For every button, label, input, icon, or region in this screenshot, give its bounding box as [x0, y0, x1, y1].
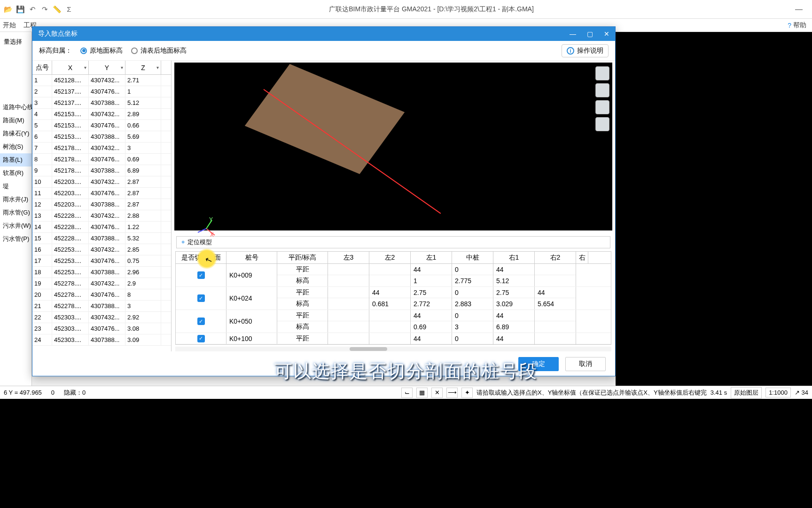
table-row[interactable]: 4452153....4307432...2.89 — [32, 109, 171, 120]
dialog-maximize[interactable]: ▢ — [581, 30, 598, 38]
section-row[interactable]: ✓ K0+050 平距标高 440.6903446.89 — [176, 310, 611, 333]
locate-model-button[interactable]: ⌖ 定位模型 — [176, 236, 610, 248]
col-point-no[interactable]: 点号 — [32, 61, 52, 74]
chevron-down-icon: ▾ — [84, 65, 86, 70]
table-row[interactable]: 21452278....4307388...3 — [32, 301, 171, 312]
import-points-dialog: 导入散点坐标 — ▢ ✕ 标高归属： 原地面标高 清表后地面标高 i 操作说明 … — [32, 26, 616, 376]
sidebar-item[interactable]: 路基(L) — [0, 153, 31, 167]
fit-icon[interactable] — [595, 117, 609, 131]
radio-dot-icon — [80, 48, 87, 54]
status-hint: 请拾取或输入选择点的X、Y轴坐标值（在保证已选点并输该点X、Y轴坐标值后右键完 — [476, 389, 707, 397]
sidebar-item[interactable]: 污水管(P) — [0, 232, 31, 246]
table-row[interactable]: 23452303....4307476...3.08 — [32, 323, 171, 334]
table-row[interactable]: 14452228....4307476...1.22 — [32, 222, 171, 233]
table-row[interactable]: 2452137....4307476...1 — [32, 86, 171, 97]
checkbox[interactable]: ✓ — [197, 294, 205, 302]
table-row[interactable]: 3452137....4307388...5.12 — [32, 97, 171, 109]
points-table: 点号 X▾ Y▾ Z▾ 1452128....4307432...2.71245… — [32, 61, 172, 351]
snap-icon-4[interactable]: ⟶ — [446, 388, 458, 398]
dialog-close[interactable]: ✕ — [598, 30, 615, 38]
table-row[interactable]: 6452153....4307388...5.69 — [32, 131, 171, 143]
col-left2[interactable]: 左2 — [369, 252, 411, 263]
view-tools — [595, 66, 609, 131]
viewcube-icon[interactable] — [595, 83, 609, 97]
col-left1[interactable]: 左1 — [411, 252, 452, 263]
terrain-shape — [245, 64, 405, 174]
sidebar-item[interactable]: 堤 — [0, 180, 31, 193]
table-row[interactable]: 1452128....4307432...2.71 — [32, 75, 171, 86]
section-hscroll[interactable] — [175, 347, 611, 351]
sidebar-item[interactable]: 雨水管(G) — [0, 206, 31, 219]
radio-original-ground[interactable]: 原地面标高 — [80, 47, 123, 55]
col-station[interactable]: 桩号 — [226, 252, 277, 263]
app-titlebar: 📂 💾 ↶ ↷ 📏 Σ 广联达BIM市政计量平台 GMA2021 - [D:\学… — [0, 0, 812, 19]
section-row[interactable]: ✓ K0+100 平距标高 44044 — [176, 333, 611, 344]
sidebar-item[interactable]: 软基(R) — [0, 167, 31, 180]
table-row[interactable]: 24452303....4307388...3.09 — [32, 334, 171, 346]
checkbox[interactable]: ✓ — [197, 335, 205, 342]
sidebar-item[interactable]: 污水井(W) — [0, 219, 31, 232]
table-row[interactable]: 11452203....4307476...2.87 — [32, 188, 171, 199]
measure-icon[interactable]: 📏 — [53, 5, 61, 14]
open-icon[interactable]: 📂 — [4, 5, 12, 14]
snap-icon-2[interactable]: ▦ — [416, 388, 428, 398]
col-z[interactable]: Z▾ — [125, 61, 161, 74]
sidebar-item[interactable]: 道路中心线 — [0, 101, 31, 114]
menu-item-start[interactable]: 开始 — [3, 21, 16, 30]
layer-select[interactable]: 原始图层 — [731, 387, 762, 398]
help-button[interactable]: i 操作说明 — [562, 44, 609, 57]
save-icon[interactable]: 💾 — [16, 5, 24, 14]
box-view-icon[interactable] — [595, 100, 609, 114]
section-row[interactable]: ✓ K0+009 平距标高 44102.775445.12 — [176, 264, 611, 287]
table-row[interactable]: 9452178....4307388...6.89 — [32, 165, 171, 176]
scroll-thumb[interactable] — [350, 347, 387, 351]
table-row[interactable]: 10452203....4307432...2.87 — [32, 176, 171, 188]
redo-icon[interactable]: ↷ — [40, 5, 49, 14]
elevation-label: 标高归属： — [39, 47, 72, 55]
col-right1[interactable]: 右1 — [493, 252, 535, 263]
snap-icon-3[interactable]: ✕ — [431, 388, 443, 398]
sidebar-item[interactable]: 路缘石(Y) — [0, 127, 31, 140]
table-row[interactable]: 18452253....4307388...2.96 — [32, 267, 171, 278]
left-panel-tree: 量选择 道路中心线路面(M)路缘石(Y)树池(S)路基(L)软基(R)堤雨水井(… — [0, 32, 32, 399]
col-dist-elev[interactable]: 平距/标高 — [277, 252, 328, 263]
section-row[interactable]: ✓ K0+024 平距标高 440.6812.752.77202.8832.75… — [176, 287, 611, 310]
table-row[interactable]: 20452278....4307476...8 — [32, 289, 171, 301]
points-table-header: 点号 X▾ Y▾ Z▾ — [32, 61, 171, 75]
table-row[interactable]: 15452228....4307388...5.32 — [32, 233, 171, 244]
orbit-icon[interactable] — [595, 66, 609, 80]
checkbox[interactable]: ✓ — [197, 271, 205, 279]
scale-select[interactable]: 1:1000 — [765, 388, 791, 397]
window-minimize[interactable]: — — [789, 5, 808, 14]
radio-cleared-ground[interactable]: 清表后地面标高 — [131, 47, 187, 55]
sidebar-item[interactable]: 路面(M) — [0, 114, 31, 127]
dialog-minimize[interactable]: — — [564, 30, 581, 38]
table-row[interactable]: 16452253....4307432...2.85 — [32, 244, 171, 255]
cancel-button[interactable]: 取消 — [565, 357, 606, 371]
table-row[interactable]: 13452228....4307432...2.88 — [32, 210, 171, 222]
dialog-titlebar: 导入散点坐标 — ▢ ✕ — [32, 27, 615, 41]
3d-viewport[interactable]: X Y — [174, 63, 612, 230]
table-row[interactable]: 7452178....4307432...3 — [32, 143, 171, 154]
table-row[interactable]: 19452278....4307432...2.9 — [32, 278, 171, 289]
undo-icon[interactable]: ↶ — [28, 5, 37, 14]
snap-icon-5[interactable]: ✦ — [461, 388, 473, 398]
col-y[interactable]: Y▾ — [89, 61, 125, 74]
col-left3[interactable]: 左3 — [328, 252, 369, 263]
elevation-option-row: 标高归属： 原地面标高 清表后地面标高 i 操作说明 — [32, 41, 615, 61]
col-right-more[interactable]: 右 — [576, 252, 588, 263]
table-row[interactable]: 17452253....4307476...0.75 — [32, 255, 171, 267]
checkbox[interactable]: ✓ — [197, 318, 205, 325]
sigma-icon[interactable]: Σ — [65, 5, 73, 14]
menu-help[interactable]: ?帮助 — [788, 21, 806, 30]
col-center[interactable]: 中桩 — [452, 252, 493, 263]
snap-icon-1[interactable]: ⌙ — [401, 388, 413, 398]
table-row[interactable]: 5452153....4307476...0.66 — [32, 120, 171, 131]
table-row[interactable]: 8452178....4307476...0.69 — [32, 154, 171, 165]
table-row[interactable]: 12452203....4307388...2.87 — [32, 199, 171, 210]
col-right2[interactable]: 右2 — [535, 252, 576, 263]
sidebar-item[interactable]: 雨水井(J) — [0, 193, 31, 206]
table-row[interactable]: 22452303....4307432...2.92 — [32, 312, 171, 323]
col-x[interactable]: X▾ — [52, 61, 89, 74]
sidebar-item[interactable]: 树池(S) — [0, 140, 31, 153]
